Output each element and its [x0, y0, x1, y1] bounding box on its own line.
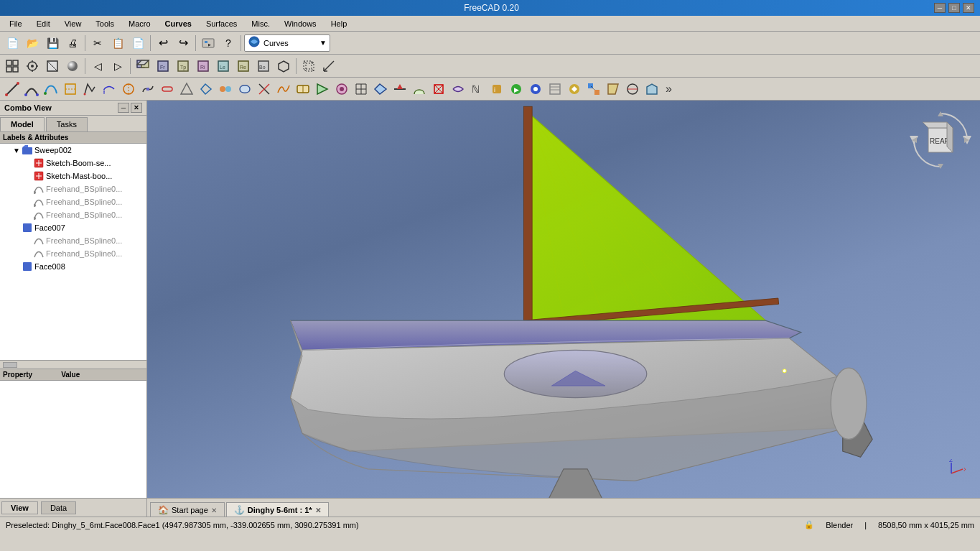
viewport-3d[interactable]: REAR X Z 🏠	[147, 101, 980, 517]
workbench-selector[interactable]: Curves ▼	[244, 34, 330, 52]
curve-tool17[interactable]	[313, 80, 332, 98]
tree-hscroll[interactable]	[0, 360, 146, 369]
curve-tool26[interactable]: i	[487, 80, 506, 98]
print-button[interactable]: 🖨	[63, 34, 82, 52]
curve-line-tool[interactable]	[3, 80, 22, 98]
menu-surfaces[interactable]: Surfaces	[200, 17, 243, 30]
curve-tool11[interactable]	[197, 80, 215, 98]
menu-file[interactable]: File	[3, 17, 29, 30]
menu-misc[interactable]: Misc.	[245, 17, 276, 30]
tab-dinghy-close[interactable]: ✕	[315, 506, 321, 514]
curve-tool18[interactable]	[332, 80, 351, 98]
tree-item-sketch-mast[interactable]: Sketch-Mast-boo...	[0, 170, 146, 182]
menu-windows[interactable]: Windows	[278, 17, 323, 30]
curve-more[interactable]: »	[662, 80, 681, 98]
curve-tool7[interactable]	[119, 80, 138, 98]
bspline-icon-3	[33, 209, 45, 221]
rear-view-button[interactable]: Re	[234, 57, 253, 75]
draw-style-button[interactable]	[43, 57, 62, 75]
close-button[interactable]: ✕	[963, 3, 974, 13]
isometric-view-button[interactable]	[274, 57, 293, 75]
tree-item-sweep002[interactable]: ▼ Sweep002	[0, 144, 146, 157]
curve-tool27[interactable]: ▶	[507, 80, 526, 98]
tree-item-bspline2[interactable]: Freehand_BSpline0...	[0, 195, 146, 208]
tree-item-bspline1[interactable]: Freehand_BSpline0...	[0, 182, 146, 195]
right-view-button[interactable]: Ri	[194, 57, 213, 75]
curve-tool33[interactable]	[623, 80, 642, 98]
menu-curves[interactable]: Curves	[159, 17, 198, 30]
std-view-button[interactable]	[134, 57, 152, 75]
save-button[interactable]: 💾	[43, 34, 62, 52]
paste-button[interactable]: 📄	[129, 34, 147, 52]
curve-tool12[interactable]	[216, 80, 235, 98]
curve-tool29[interactable]	[546, 80, 564, 98]
curve-tool13[interactable]	[235, 80, 254, 98]
curve-tool23[interactable]	[429, 80, 448, 98]
forward-view-button[interactable]: ▷	[108, 57, 127, 75]
tree-item-bspline3[interactable]: Freehand_BSpline0...	[0, 208, 146, 221]
bottom-tab-view[interactable]: View	[1, 501, 38, 514]
tree-item-bspline5[interactable]: Freehand_BSpline0...	[0, 247, 146, 260]
curve-tool14[interactable]	[255, 80, 274, 98]
curve-bspline-tool[interactable]	[42, 80, 60, 98]
bottom-view-button[interactable]: Bo	[254, 57, 273, 75]
bottom-tab-data[interactable]: Data	[41, 501, 76, 514]
copy-button[interactable]: 📋	[108, 34, 127, 52]
curve-tool32[interactable]	[604, 80, 622, 98]
minimize-button[interactable]: ─	[934, 3, 946, 13]
curve-arc-tool[interactable]	[22, 80, 41, 98]
tree-item-face008[interactable]: Face008	[0, 260, 146, 273]
curve-tool20[interactable]	[371, 80, 390, 98]
bounding-box-button[interactable]	[299, 57, 318, 75]
left-view-button[interactable]: Le	[214, 57, 233, 75]
curve-tool5[interactable]	[80, 80, 99, 98]
menu-view[interactable]: View	[58, 17, 88, 30]
curve-tool16[interactable]	[294, 80, 312, 98]
menu-tools[interactable]: Tools	[89, 17, 121, 30]
curve-tool8[interactable]	[139, 80, 157, 98]
tree-content[interactable]: ▼ Sweep002 Sketch-Boom-se...	[0, 144, 146, 360]
curve-tool19[interactable]	[352, 80, 370, 98]
help-button[interactable]: ?	[219, 34, 238, 52]
macro-button[interactable]: ▶	[199, 34, 218, 52]
redo-button[interactable]: ↪	[174, 34, 192, 52]
curve-tool34[interactable]	[643, 80, 661, 98]
menu-macro[interactable]: Macro	[122, 17, 157, 30]
combo-minimize-btn[interactable]: ─	[118, 103, 129, 113]
tree-item-sketch-boom[interactable]: Sketch-Boom-se...	[0, 157, 146, 170]
maximize-button[interactable]: □	[948, 3, 960, 13]
curve-tool21[interactable]	[391, 80, 409, 98]
measure-button[interactable]	[319, 57, 338, 75]
tab-tasks[interactable]: Tasks	[46, 117, 88, 131]
curve-tool31[interactable]	[584, 80, 603, 98]
curve-tool30[interactable]	[565, 80, 584, 98]
curve-tool24[interactable]	[449, 80, 467, 98]
curve-tool22[interactable]	[410, 80, 429, 98]
open-button[interactable]: 📂	[23, 34, 42, 52]
fit-all-button[interactable]	[3, 57, 22, 75]
tab-start-page-close[interactable]: ✕	[211, 506, 217, 514]
curve-tool10[interactable]	[177, 80, 196, 98]
curve-tool6[interactable]	[100, 80, 118, 98]
shaded-button[interactable]	[63, 57, 82, 75]
menu-help[interactable]: Help	[325, 17, 354, 30]
curve-tool15[interactable]	[274, 80, 293, 98]
fit-selection-button[interactable]	[23, 57, 42, 75]
combo-close-btn[interactable]: ✕	[131, 103, 142, 113]
tab-model[interactable]: Model	[0, 117, 45, 131]
menu-edit[interactable]: Edit	[30, 17, 57, 30]
tab-start-page[interactable]: 🏠 Start page ✕	[150, 502, 225, 517]
curve-tool9[interactable]	[158, 80, 177, 98]
tree-item-bspline4[interactable]: Freehand_BSpline0...	[0, 234, 146, 247]
curve-tool28[interactable]	[526, 80, 545, 98]
top-view-button[interactable]: Tp	[174, 57, 192, 75]
undo-button[interactable]: ↩	[154, 34, 172, 52]
new-button[interactable]: 📄	[3, 34, 22, 52]
front-view-button[interactable]: Fr	[154, 57, 172, 75]
curve-tool25[interactable]: ℕ	[468, 80, 487, 98]
tree-item-face007[interactable]: Face007	[0, 221, 146, 234]
back-view-button[interactable]: ◁	[88, 57, 107, 75]
curve-sketch-tool[interactable]	[61, 80, 80, 98]
tab-dinghy[interactable]: ⚓ Dinghy 5-6mt : 1* ✕	[226, 502, 329, 517]
cut-button[interactable]: ✂	[88, 34, 107, 52]
